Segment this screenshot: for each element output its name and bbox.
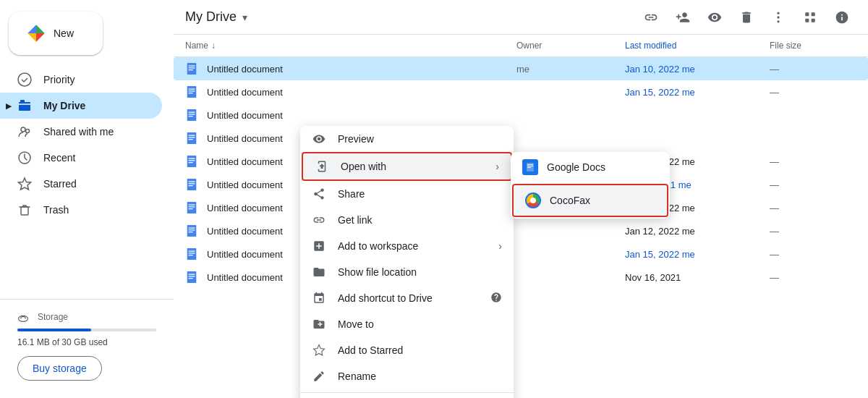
folder-icon <box>312 265 326 279</box>
svg-rect-54 <box>527 166 533 166</box>
svg-rect-35 <box>189 185 193 186</box>
sidebar-item-trash[interactable]: Trash <box>0 197 162 223</box>
svg-rect-12 <box>187 63 197 75</box>
svg-rect-46 <box>189 253 195 253</box>
more-options-button[interactable] <box>764 3 793 32</box>
svg-point-11 <box>777 20 779 22</box>
clock-icon <box>17 151 32 165</box>
storage-label: Storage <box>17 311 156 323</box>
col-owner: me <box>516 64 625 75</box>
table-row[interactable]: Untitled document Jan 15, 2022 me — <box>174 242 868 266</box>
sidebar-item-recent[interactable]: Recent <box>0 145 162 171</box>
context-menu-preview[interactable]: Preview <box>300 126 514 152</box>
shortcut-icon <box>312 291 326 305</box>
google-multicolor-icon <box>26 23 46 43</box>
add-workspace-icon <box>312 239 326 253</box>
file-name-cell: Untitled document <box>185 62 516 76</box>
svg-rect-55 <box>527 167 531 168</box>
svg-rect-48 <box>187 271 197 283</box>
table-row[interactable]: Untitled document Nov 16, 2021 — <box>174 266 868 289</box>
preview-button[interactable] <box>700 3 729 32</box>
context-menu-share[interactable]: Share <box>300 181 514 207</box>
link-button[interactable] <box>637 3 665 32</box>
info-button[interactable] <box>827 3 856 32</box>
submenu-google-docs[interactable]: Google Docs <box>511 152 670 182</box>
svg-rect-32 <box>187 179 197 190</box>
header-actions <box>637 3 856 32</box>
context-menu-add-starred[interactable]: Add to Starred <box>300 337 514 363</box>
file-name: Untitled document <box>207 87 283 98</box>
svg-rect-53 <box>527 164 533 165</box>
buy-storage-button[interactable]: Buy storage <box>17 356 102 381</box>
svg-rect-25 <box>189 135 195 136</box>
svg-point-3 <box>21 127 25 132</box>
col-modified: Jan 15, 2022 me <box>625 87 770 98</box>
doc-file-icon <box>185 270 198 284</box>
storage-section: Storage 16.1 MB of 30 GB used Buy storag… <box>0 299 174 392</box>
context-menu-open-with[interactable]: Open with › Google Docs CocoFax <box>302 152 512 181</box>
file-name: Untitled document <box>207 133 283 144</box>
svg-rect-41 <box>189 228 195 229</box>
col-size: — <box>770 64 856 75</box>
context-menu-get-link-label: Get link <box>338 214 372 226</box>
context-menu-move-to-label: Move to <box>338 318 374 330</box>
context-menu-get-link[interactable]: Get link <box>300 207 514 233</box>
storage-bar-container <box>17 329 156 331</box>
svg-rect-39 <box>189 208 193 209</box>
grid-view-button[interactable] <box>796 3 825 32</box>
context-menu-rename[interactable]: Rename <box>300 363 514 389</box>
table-row[interactable]: Untitled document Jan 12, 2022 me — <box>174 219 868 242</box>
context-menu-file-location[interactable]: Show file location <box>300 259 514 285</box>
info-icon <box>835 10 849 25</box>
table-row[interactable]: Untitled document Jan 15, 2022 me — <box>174 80 868 103</box>
context-menu-divider <box>300 392 514 393</box>
grid-icon <box>803 10 817 25</box>
context-menu-open-with-label: Open with <box>341 161 386 172</box>
drive-dropdown-icon[interactable]: ▾ <box>242 12 247 23</box>
svg-rect-1 <box>19 102 30 111</box>
my-drive-icon <box>17 98 32 113</box>
sidebar-item-starred[interactable]: Starred <box>0 171 162 197</box>
sidebar-item-shared[interactable]: Shared with me <box>0 119 162 145</box>
table-row[interactable]: Untitled document <box>174 103 868 127</box>
sidebar-item-my-drive[interactable]: ▶ My Drive <box>0 93 162 119</box>
svg-rect-27 <box>189 139 193 140</box>
svg-rect-34 <box>189 183 195 184</box>
svg-rect-51 <box>189 278 193 279</box>
context-menu-add-workspace[interactable]: Add to workspace › <box>300 233 514 259</box>
svg-rect-28 <box>187 156 197 167</box>
svg-rect-47 <box>189 255 193 255</box>
name-column-header[interactable]: Name ↓ <box>185 41 516 51</box>
svg-rect-33 <box>189 182 195 182</box>
sort-arrow-icon: ↓ <box>211 41 216 51</box>
table-row[interactable]: Untitled document me Jan 10, 2022 me — <box>174 57 868 80</box>
modified-column-header: Last modified <box>625 41 770 51</box>
context-menu-add-shortcut[interactable]: Add shortcut to Drive <box>300 285 514 311</box>
doc-file-icon <box>185 131 198 145</box>
submenu-cocofax[interactable]: CocoFax <box>512 184 668 217</box>
svg-rect-22 <box>189 114 195 114</box>
svg-rect-18 <box>189 90 195 91</box>
add-person-button[interactable] <box>668 3 697 32</box>
file-name: Untitled document <box>207 156 283 167</box>
file-name: Untitled document <box>207 272 283 283</box>
person-add-icon <box>676 10 690 25</box>
star-icon <box>17 177 32 191</box>
svg-rect-37 <box>189 205 195 206</box>
svg-marker-6 <box>19 178 31 190</box>
new-button[interactable]: New <box>9 12 103 55</box>
sidebar-item-priority[interactable]: Priority <box>0 67 162 93</box>
svg-rect-19 <box>189 93 193 93</box>
open-with-submenu: Google Docs CocoFax <box>511 152 670 219</box>
cocofax-label: CocoFax <box>550 195 590 206</box>
file-name: Untitled document <box>207 203 283 213</box>
drive-title: My Drive <box>185 9 237 25</box>
svg-rect-2 <box>20 100 25 103</box>
svg-point-4 <box>26 130 30 133</box>
context-menu-move-to[interactable]: Move to <box>300 311 514 337</box>
delete-button[interactable] <box>732 3 761 32</box>
table-row[interactable]: Untitled document <box>174 127 868 150</box>
svg-rect-21 <box>189 112 195 113</box>
col-size: — <box>770 249 856 260</box>
header: My Drive ▾ <box>174 0 868 35</box>
